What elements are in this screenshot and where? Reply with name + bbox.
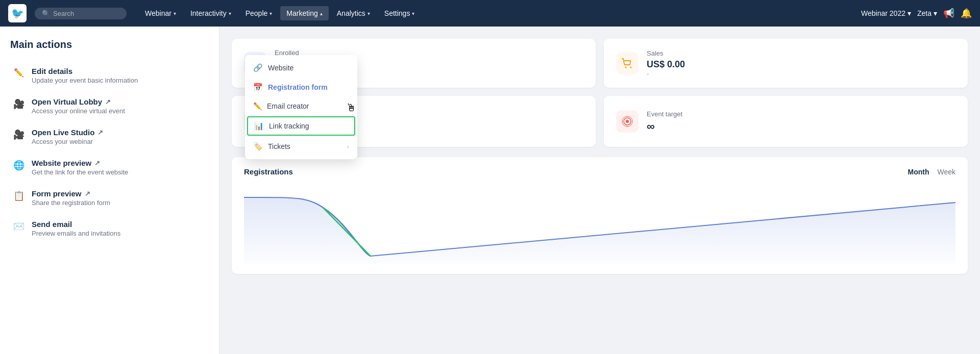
nav-item-settings[interactable]: Settings ▾ <box>378 6 421 20</box>
sidebar-item-website-preview[interactable]: 🌐 Website preview ↗ Get the link for the… <box>8 153 211 182</box>
email-icon: ✉️ <box>13 221 24 232</box>
event-target-label: Event target <box>647 110 955 118</box>
logo[interactable]: 🐦 <box>8 4 27 22</box>
sales-icon <box>616 52 639 74</box>
chevron-down-icon: ▾ <box>934 9 937 17</box>
website-preview-desc: Get the link for the event website <box>32 168 128 176</box>
sales-sub: - <box>647 70 955 78</box>
megaphone-icon[interactable]: 📢 <box>943 8 954 19</box>
dropdown-item-email-creator[interactable]: ✏️ Email creator <box>245 97 357 115</box>
external-link-icon: ↗ <box>97 129 103 136</box>
dropdown-item-link-tracking-label: Link tracking <box>269 122 309 130</box>
chevron-up-icon: ▴ <box>320 11 323 16</box>
dropdown-item-registration-form-label: Registration form <box>268 83 328 91</box>
chart-icon: 📊 <box>254 121 264 131</box>
marketing-dropdown-menu: 🔗 Website 📅 Registration form ✏️ Email c… <box>245 55 357 159</box>
nav-item-interactivity[interactable]: Interactivity ▾ <box>184 6 237 20</box>
search-icon: 🔍 <box>42 10 50 17</box>
chevron-down-icon: ▾ <box>412 11 414 16</box>
dropdown-item-tickets-label: Tickets <box>268 142 290 150</box>
svg-point-4 <box>626 120 629 123</box>
bell-icon[interactable]: 🔔 <box>961 8 972 19</box>
form-preview-desc: Share the registration form <box>32 199 110 207</box>
edit-icon: ✏️ <box>13 68 24 78</box>
chart-svg <box>244 182 955 264</box>
calendar-icon: 📅 <box>253 83 263 92</box>
nav-item-analytics[interactable]: Analytics ▾ <box>331 6 376 20</box>
open-live-studio-desc: Access your webinar <box>32 138 103 145</box>
external-link-icon: ↗ <box>105 98 111 106</box>
main-content: Enrolled 2 Sales US$ 0.00 - <box>219 27 980 354</box>
main-layout: Main actions ✏️ Edit details Update your… <box>0 27 980 354</box>
logo-icon: 🐦 <box>11 7 24 19</box>
user-selector[interactable]: Zeta ▾ <box>917 9 937 17</box>
chevron-right-icon: › <box>347 143 349 149</box>
nav-item-webinar[interactable]: Webinar ▾ <box>139 6 182 20</box>
nav-right: Webinar 2022 ▾ Zeta ▾ 📢 🔔 <box>861 8 972 19</box>
link-icon: 🔗 <box>253 63 263 72</box>
sidebar-item-open-live-studio[interactable]: 🎥 Open Live Studio ↗ Access your webinar <box>8 122 211 151</box>
svg-point-1 <box>625 67 627 68</box>
chart-card: Registrations Month Week <box>232 157 968 274</box>
stat-card-event-target: Event target ∞ <box>604 96 968 147</box>
dropdown-item-website[interactable]: 🔗 Website <box>245 58 357 78</box>
chart-area <box>244 182 955 264</box>
edit-icon: ✏️ <box>253 102 262 110</box>
sidebar-item-form-preview[interactable]: 📋 Form preview ↗ Share the registration … <box>8 183 211 213</box>
chart-tabs: Month Week <box>908 168 955 176</box>
sales-label: Sales <box>647 49 955 57</box>
nav-item-marketing[interactable]: Marketing ▴ <box>280 6 328 20</box>
search-input[interactable] <box>53 10 119 17</box>
send-email-desc: Preview emails and invitations <box>32 230 120 237</box>
dropdown-item-website-label: Website <box>268 64 293 72</box>
nav-items: Webinar ▾ Interactivity ▾ People ▾ Marke… <box>139 6 857 20</box>
chart-header: Registrations Month Week <box>244 167 955 176</box>
sidebar: Main actions ✏️ Edit details Update your… <box>0 27 219 354</box>
top-navigation: 🐦 🔍 Webinar ▾ Interactivity ▾ People ▾ M… <box>0 0 980 27</box>
globe-icon: 🌐 <box>13 160 24 171</box>
video-camera-icon: 🎥 <box>13 129 24 140</box>
form-preview-title: Form preview ↗ <box>32 189 110 198</box>
external-link-icon: ↗ <box>85 190 90 197</box>
chevron-down-icon: ▾ <box>908 9 911 17</box>
sales-value: US$ 0.00 <box>647 59 955 70</box>
search-box[interactable]: 🔍 <box>35 8 127 19</box>
video-icon: 🎥 <box>13 98 24 110</box>
stat-card-sales: Sales US$ 0.00 - <box>604 39 968 88</box>
chevron-down-icon: ▾ <box>368 11 370 16</box>
chevron-down-icon: ▾ <box>174 11 176 16</box>
chart-title: Registrations <box>244 167 293 176</box>
website-preview-title: Website preview ↗ <box>32 159 128 167</box>
event-target-icon <box>616 110 639 133</box>
open-virtual-lobby-title: Open Virtual Lobby ↗ <box>32 97 125 106</box>
dropdown-item-link-tracking[interactable]: 📊 Link tracking <box>247 116 355 136</box>
sidebar-item-open-virtual-lobby[interactable]: 🎥 Open Virtual Lobby ↗ Access your onlin… <box>8 91 211 121</box>
sidebar-title: Main actions <box>8 39 211 50</box>
clipboard-icon: 📋 <box>13 190 24 201</box>
dropdown-item-registration-form[interactable]: 📅 Registration form <box>245 78 357 97</box>
chart-tab-month[interactable]: Month <box>908 168 929 176</box>
chart-tab-week[interactable]: Week <box>937 168 955 176</box>
sidebar-item-send-email[interactable]: ✉️ Send email Preview emails and invitat… <box>8 214 211 243</box>
open-live-studio-title: Open Live Studio ↗ <box>32 128 103 137</box>
sidebar-items: ✏️ Edit details Update your event basic … <box>8 61 211 243</box>
event-target-value: ∞ <box>647 120 955 133</box>
dropdown-item-tickets[interactable]: 🏷️ Tickets › <box>245 137 357 156</box>
nav-item-people[interactable]: People ▾ <box>239 6 279 20</box>
dropdown-item-email-creator-label: Email creator <box>267 102 309 110</box>
sidebar-item-edit-details[interactable]: ✏️ Edit details Update your event basic … <box>8 61 211 90</box>
edit-details-desc: Update your event basic information <box>32 77 138 84</box>
chevron-down-icon: ▾ <box>270 11 272 16</box>
chevron-down-icon: ▾ <box>229 11 231 16</box>
event-name: Webinar 2022 <box>861 9 905 17</box>
open-virtual-lobby-desc: Access your online virtual event <box>32 107 125 115</box>
send-email-title: Send email <box>32 220 120 229</box>
event-selector[interactable]: Webinar 2022 ▾ <box>861 9 911 17</box>
user-name: Zeta <box>917 9 932 17</box>
edit-details-title: Edit details <box>32 67 138 75</box>
svg-point-2 <box>630 67 632 68</box>
external-link-icon: ↗ <box>94 159 100 167</box>
tag-icon: 🏷️ <box>253 142 263 151</box>
